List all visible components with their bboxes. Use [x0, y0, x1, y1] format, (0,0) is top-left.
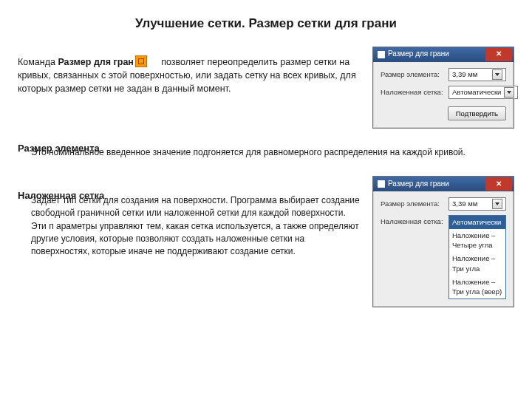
dialog-title: Размер для грани — [388, 179, 449, 190]
mapped-mesh-option-selected[interactable]: Автоматически — [449, 216, 505, 229]
label-element-size: Размер элемента: — [381, 69, 444, 80]
element-size-value: 3,39 мм — [452, 69, 477, 80]
intro-command-name: Размер для гран — [58, 57, 133, 67]
face-size-command-icon — [135, 55, 147, 67]
text-mapped-mesh: Задает тип сетки для создания на поверхн… — [31, 194, 362, 259]
dialog-body: Размер элемента: 3,39 мм Наложенная сетк… — [373, 191, 514, 307]
close-icon[interactable]: ✕ — [485, 177, 512, 191]
mapped-mesh-option[interactable]: Наложение – Три угла (веер) — [449, 276, 505, 299]
intro-pre: Команда — [18, 57, 58, 67]
dialog-face-size-open: Размер для грани ✕ Размер элемента: 3,39… — [372, 176, 514, 307]
window-icon — [378, 180, 385, 188]
label-mapped-mesh: Наложенная сетка: — [381, 87, 444, 98]
mapped-mesh-option[interactable]: Наложение – Три угла — [449, 252, 505, 276]
page-title: Улучшение сетки. Размер сетки для грани — [18, 15, 514, 33]
close-icon[interactable]: ✕ — [485, 48, 512, 61]
chevron-down-icon[interactable] — [492, 69, 502, 80]
mapped-mesh-select-open[interactable]: Автоматически Наложение – Четыре угла На… — [449, 215, 506, 299]
dialog-title: Размер для грани — [388, 49, 449, 60]
confirm-button[interactable]: Подтвердить — [448, 106, 506, 120]
dialog-titlebar[interactable]: Размер для грани ✕ — [373, 177, 514, 191]
intro-paragraph: Команда Размер для гран позволяет переоп… — [18, 55, 362, 119]
dialog-titlebar[interactable]: Размер для грани ✕ — [373, 47, 514, 62]
dialog-body: Размер элемента: 3,39 мм Наложенная сетк… — [373, 62, 514, 128]
mapped-mesh-option[interactable]: Наложение – Четыре угла — [449, 229, 505, 253]
chevron-down-icon[interactable] — [504, 87, 514, 98]
dialog-face-size: Размер для грани ✕ Размер элемента: 3,39… — [372, 47, 514, 129]
window-icon — [378, 51, 385, 58]
text-element-size: Это номинальное введенное значение подго… — [31, 146, 514, 159]
label-element-size: Размер элемента: — [381, 199, 444, 209]
element-size-value: 3,39 мм — [452, 199, 477, 209]
element-size-input[interactable]: 3,39 мм — [449, 68, 506, 81]
mapped-mesh-value: Автоматически — [452, 87, 501, 98]
mapped-mesh-select[interactable]: Автоматически — [449, 86, 518, 99]
chevron-down-icon[interactable] — [492, 199, 502, 209]
label-mapped-mesh: Наложенная сетка: — [381, 215, 444, 227]
element-size-input[interactable]: 3,39 мм — [449, 197, 506, 211]
